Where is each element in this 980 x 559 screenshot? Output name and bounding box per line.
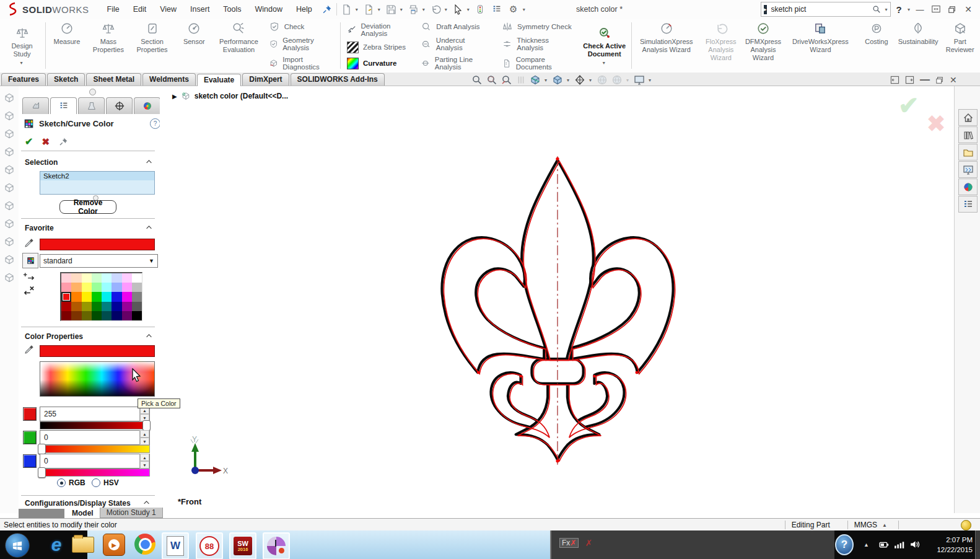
palette-swatch[interactable]	[92, 311, 102, 320]
fleur-de-lis-sketch[interactable]	[421, 149, 694, 471]
dock-tool-icon[interactable]	[3, 271, 15, 284]
graphics-viewport[interactable]: ▶ sketch color (Default<<D... ✔ ✖	[160, 86, 954, 513]
configurationmanager-tab[interactable]	[78, 97, 105, 114]
palette-swatch[interactable]	[122, 292, 132, 301]
palette-swatch[interactable]	[92, 302, 102, 311]
palette-swatch[interactable]	[112, 302, 121, 311]
tab-sheet-metal[interactable]: Sheet Metal	[86, 73, 141, 86]
hsv-radio-icon[interactable]	[92, 478, 100, 487]
pin-button[interactable]	[58, 136, 69, 147]
dock-tool-icon[interactable]	[3, 235, 15, 248]
search-scope-icon[interactable]: ▸	[764, 5, 767, 14]
zebra-stripes-button[interactable]: Zebra Stripes	[347, 42, 411, 53]
start-button[interactable]	[5, 533, 30, 558]
save-icon[interactable]	[383, 2, 399, 17]
measure-button[interactable]: Measure	[47, 19, 87, 73]
file-explorer-icon[interactable]	[958, 144, 978, 161]
chrome-icon[interactable]	[134, 534, 155, 555]
palette-swatch[interactable]	[71, 283, 81, 292]
new-caret-icon[interactable]: ▾	[356, 7, 358, 12]
select-caret-icon[interactable]: ▾	[467, 7, 470, 12]
palette-swatch[interactable]	[61, 292, 71, 301]
view-settings-icon[interactable]	[633, 74, 645, 86]
doc-restore-icon[interactable]	[935, 76, 944, 84]
costing-button[interactable]: Costing	[857, 19, 896, 73]
network-signal-icon[interactable]	[893, 538, 906, 551]
help-button[interactable]: ?	[891, 3, 907, 15]
palette-swatch[interactable]	[61, 311, 71, 320]
view-settings-caret-icon[interactable]: ▾	[649, 77, 651, 83]
color-clock-app-icon[interactable]	[263, 532, 290, 559]
palette-swatch[interactable]	[102, 302, 112, 311]
palette-swatch[interactable]	[82, 302, 92, 311]
parting-line-analysis-button[interactable]: Parting Line Analysis	[421, 56, 492, 71]
red-slider[interactable]	[40, 421, 150, 429]
favorite-dropdown-caret-icon[interactable]: ▼	[146, 258, 157, 264]
dock-tool-icon[interactable]	[3, 164, 15, 176]
ok-button[interactable]: ✔	[25, 136, 33, 147]
dock-tool-icon[interactable]	[3, 200, 15, 212]
palette-swatch[interactable]	[102, 283, 112, 292]
red-spinner[interactable]: ▲▼	[139, 407, 149, 421]
sustainability-button[interactable]: Sustainability	[896, 19, 940, 73]
select-cursor-icon[interactable]	[450, 2, 466, 17]
rgb-radio-icon[interactable]	[57, 478, 66, 487]
mass-properties-button[interactable]: Mass Properties	[87, 19, 130, 73]
volume-icon[interactable]	[908, 538, 921, 551]
apply-scene-icon[interactable]	[611, 74, 623, 86]
display-style-caret-icon[interactable]: ▾	[567, 77, 569, 83]
flyout-expand-icon[interactable]: ▶	[172, 93, 177, 100]
collapse-left-pane-icon[interactable]	[890, 76, 899, 84]
red-value-input[interactable]: 255 ▲▼	[40, 407, 150, 421]
design-study-button[interactable]: Design Study ▾	[0, 19, 44, 73]
design-library-icon[interactable]	[958, 126, 978, 143]
tab-dimxpert[interactable]: DimXpert	[242, 73, 289, 86]
palette-swatch[interactable]	[61, 273, 71, 283]
color-eyedropper-icon[interactable]	[24, 343, 35, 355]
tab-evaluate[interactable]: Evaluate	[197, 74, 241, 86]
menu-edit[interactable]: Edit	[126, 0, 154, 19]
solidworks-2016-icon[interactable]: SW2016	[229, 532, 256, 559]
expand-panes-button[interactable]	[928, 3, 944, 15]
panel-help-icon[interactable]: ?	[150, 118, 160, 129]
green-slider[interactable]	[40, 445, 150, 453]
quick-tips-icon[interactable]	[961, 520, 971, 530]
tab-sketch[interactable]: Sketch	[47, 73, 85, 86]
dfmxpress-button[interactable]: DFMXpress Analysis Wizard	[742, 19, 784, 73]
media-app-icon[interactable]: ▶	[103, 534, 125, 556]
blue-value[interactable]: 0	[40, 457, 48, 465]
thickness-analysis-button[interactable]: Thickness Analysis	[502, 37, 574, 51]
zoom-to-area-icon[interactable]	[486, 74, 498, 86]
tab-weldments[interactable]: Weldments	[142, 73, 196, 86]
dock-tool-icon[interactable]	[3, 146, 15, 158]
palette-swatch[interactable]	[122, 311, 132, 320]
open-caret-icon[interactable]: ▾	[378, 7, 380, 12]
palette-swatch[interactable]	[71, 292, 81, 301]
tab-features[interactable]: Features	[1, 73, 46, 86]
palette-swatch[interactable]	[71, 311, 81, 320]
palette-swatch[interactable]	[92, 292, 102, 301]
green-spin-down-icon[interactable]: ▼	[140, 438, 149, 445]
menu-view[interactable]: View	[153, 0, 183, 19]
minimize-button[interactable]: —	[912, 3, 928, 15]
search-caret-icon[interactable]: ▾	[885, 7, 888, 12]
performance-evaluation-button[interactable]: Performance Evaluation	[214, 19, 263, 73]
green-spinner[interactable]: ▲▼	[139, 430, 149, 445]
red-value[interactable]: 255	[40, 410, 56, 418]
palette-swatch[interactable]	[132, 283, 142, 292]
floxpress-button[interactable]: FloXpress Analysis Wizard	[700, 19, 742, 73]
symmetry-check-button[interactable]: Symmetry Check	[502, 21, 574, 32]
fx-tray-icon[interactable]: Fx✗	[559, 538, 579, 548]
palette-swatch[interactable]	[112, 311, 121, 320]
help-pinned-icon[interactable]: ?	[835, 534, 854, 555]
open-document-icon[interactable]	[361, 2, 377, 17]
custom-properties-icon[interactable]	[958, 196, 978, 213]
undo-caret-icon[interactable]: ▾	[445, 7, 447, 12]
edit-appearance-icon[interactable]	[596, 74, 608, 86]
dock-tool-icon[interactable]	[3, 128, 15, 140]
favorite-header[interactable]: Favorite	[25, 224, 54, 232]
feature-tree-flyout[interactable]: ▶ sketch color (Default<<D...	[172, 91, 288, 101]
clock[interactable]: 2:07 PM 12/22/2015	[924, 535, 973, 555]
apply-scene-caret-icon[interactable]: ▾	[626, 77, 629, 83]
blue-slider-thumb[interactable]	[38, 467, 46, 478]
